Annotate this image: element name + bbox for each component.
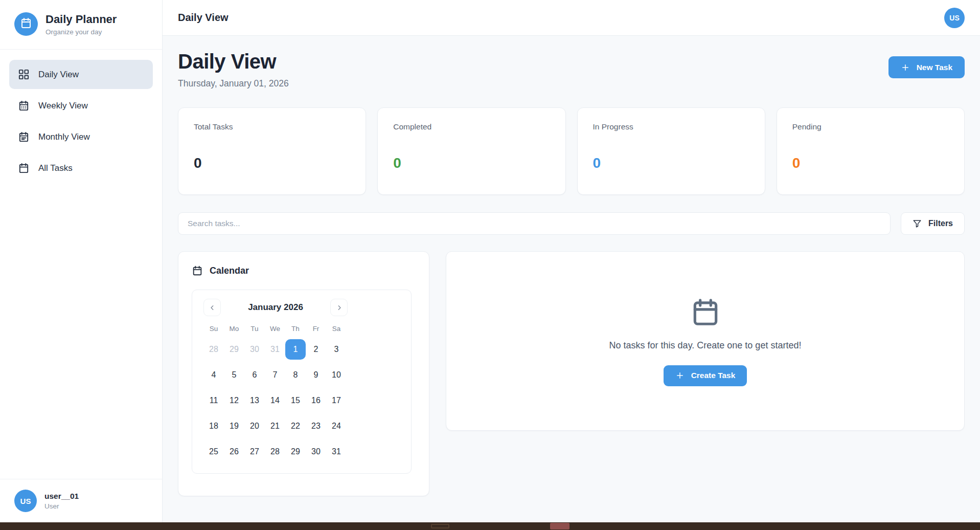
page-title: Daily View: [178, 50, 289, 73]
filters-button[interactable]: Filters: [901, 212, 965, 235]
topbar-avatar[interactable]: US: [944, 8, 965, 28]
create-task-label: Create Task: [691, 371, 736, 380]
weekday-label: Su: [203, 325, 224, 333]
weekday-label: We: [265, 325, 285, 333]
topbar-title: Daily View: [178, 12, 229, 24]
calendar-icon: [20, 17, 32, 31]
plus-icon: [675, 371, 685, 380]
day-cell[interactable]: 7: [265, 365, 285, 385]
stat-value: 0: [194, 155, 350, 171]
page-date: Thursday, January 01, 2026: [178, 78, 289, 89]
stat-value: 0: [593, 155, 749, 171]
weekday-label: Sa: [326, 325, 347, 333]
calendar-icon: [192, 265, 203, 276]
sidebar-item-daily-view[interactable]: Daily View: [9, 60, 153, 89]
stat-card-pending: Pending0: [777, 107, 965, 195]
user-name: user__01: [44, 492, 79, 501]
topbar: Daily View US: [163, 0, 980, 36]
empty-state-calendar-icon: [690, 296, 721, 328]
day-cell[interactable]: 5: [224, 365, 244, 385]
day-cell[interactable]: 30: [244, 339, 265, 360]
stat-label: In Progress: [593, 122, 749, 131]
day-cell[interactable]: 19: [224, 416, 244, 436]
next-month-button[interactable]: [330, 299, 348, 316]
day-cell[interactable]: 6: [244, 365, 265, 385]
day-cell[interactable]: 28: [265, 441, 285, 462]
chevron-right-icon: [335, 304, 343, 312]
stat-value: 0: [393, 155, 550, 171]
weekday-label: Th: [285, 325, 306, 333]
day-cell[interactable]: 31: [265, 339, 285, 360]
sidebar-user[interactable]: US user__01 User: [0, 479, 162, 522]
day-cell[interactable]: 17: [326, 390, 347, 411]
day-grid: 2829303112345678910111213141516171819202…: [203, 339, 348, 462]
calendar-card: Calendar January 2026: [178, 251, 429, 496]
day-cell[interactable]: 29: [224, 339, 244, 360]
funnel-icon: [913, 219, 922, 228]
day-cell[interactable]: 16: [306, 390, 326, 411]
empty-state-message: No tasks for this day. Create one to get…: [609, 340, 802, 351]
day-cell[interactable]: 20: [244, 416, 265, 436]
day-cell[interactable]: 23: [306, 416, 326, 436]
app-logo-section: Daily Planner Organize your day: [0, 0, 162, 50]
day-cell[interactable]: 21: [265, 416, 285, 436]
grid-icon: [18, 69, 30, 80]
sidebar-item-label: Daily View: [38, 70, 79, 80]
weekday-label: Fr: [306, 325, 326, 333]
search-input[interactable]: [178, 212, 891, 235]
weekday-label: Tu: [244, 325, 265, 333]
stat-card-total-tasks: Total Tasks0: [178, 107, 366, 195]
calendar-dots-icon: [18, 100, 30, 112]
day-cell[interactable]: 14: [265, 390, 285, 411]
day-cell[interactable]: 13: [244, 390, 265, 411]
day-cell[interactable]: 26: [224, 441, 244, 462]
user-avatar: US: [14, 490, 37, 512]
main-content: Daily View Thursday, January 01, 2026 Ne…: [163, 36, 980, 522]
app-logo: [14, 12, 38, 36]
mini-calendar: January 2026 SuMoTuWeThFrSa 282930311234…: [192, 290, 412, 474]
day-cell[interactable]: 8: [285, 365, 306, 385]
day-cell[interactable]: 4: [203, 365, 224, 385]
stat-card-in-progress: In Progress0: [577, 107, 765, 195]
user-role: User: [44, 502, 79, 510]
day-cell[interactable]: 24: [326, 416, 347, 436]
prev-month-button[interactable]: [203, 299, 221, 316]
day-cell[interactable]: 30: [306, 441, 326, 462]
day-cell[interactable]: 29: [285, 441, 306, 462]
sidebar-item-label: Monthly View: [38, 132, 90, 142]
weekday-row: SuMoTuWeThFrSa: [203, 325, 348, 333]
calendar-icon: [18, 162, 30, 174]
new-task-button[interactable]: New Task: [888, 56, 965, 78]
sidebar-item-all-tasks[interactable]: All Tasks: [9, 153, 153, 183]
sidebar-item-monthly-view[interactable]: Monthly View: [9, 122, 153, 151]
day-cell[interactable]: 3: [326, 339, 347, 360]
app-title: Daily Planner: [45, 13, 117, 26]
app-tagline: Organize your day: [45, 28, 117, 36]
day-cell[interactable]: 9: [306, 365, 326, 385]
weekday-label: Mo: [224, 325, 244, 333]
day-cell[interactable]: 11: [203, 390, 224, 411]
day-cell[interactable]: 27: [244, 441, 265, 462]
day-cell[interactable]: 2: [306, 339, 326, 360]
taskbar-strip: [0, 522, 980, 530]
day-cell[interactable]: 22: [285, 416, 306, 436]
create-task-button[interactable]: Create Task: [664, 365, 747, 386]
day-cell[interactable]: 25: [203, 441, 224, 462]
calendar-lines-icon: [18, 131, 30, 143]
sidebar-nav: Daily ViewWeekly ViewMonthly ViewAll Tas…: [0, 50, 162, 479]
day-cell[interactable]: 28: [203, 339, 224, 360]
tasks-panel: No tasks for this day. Create one to get…: [446, 251, 965, 431]
day-cell[interactable]: 31: [326, 441, 347, 462]
day-cell[interactable]: 10: [326, 365, 347, 385]
day-cell[interactable]: 18: [203, 416, 224, 436]
sidebar-item-label: All Tasks: [38, 163, 73, 173]
day-cell-selected[interactable]: 1: [285, 339, 306, 360]
day-cell[interactable]: 15: [285, 390, 306, 411]
calendar-month-label: January 2026: [248, 302, 303, 313]
day-cell[interactable]: 12: [224, 390, 244, 411]
sidebar-item-weekly-view[interactable]: Weekly View: [9, 91, 153, 120]
stat-label: Completed: [393, 122, 550, 131]
stat-label: Total Tasks: [194, 122, 350, 131]
stat-value: 0: [792, 155, 949, 171]
plus-icon: [901, 63, 910, 72]
